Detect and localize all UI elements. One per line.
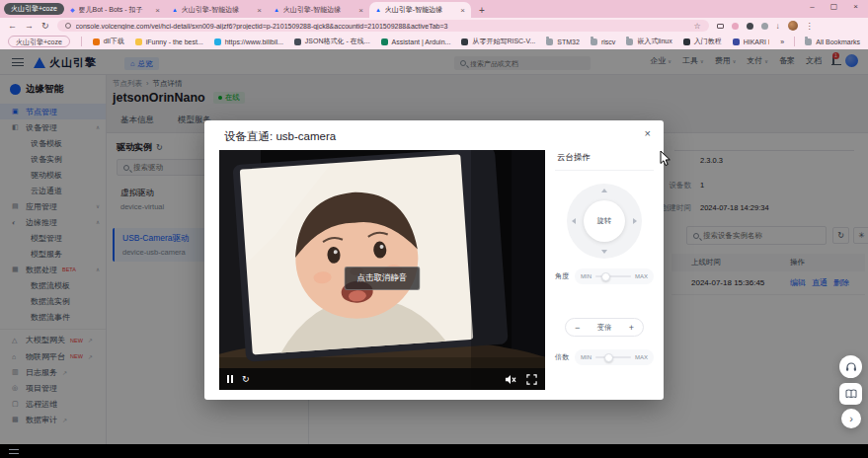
bookmarks-bar: 火山引擎+coze dll下载 iFunny - the best... htt… [0, 34, 868, 49]
profile-icon[interactable] [761, 23, 768, 30]
bookmark-label: 入门教程 [694, 37, 722, 46]
factor-label: 倍数 [555, 352, 571, 362]
tab-title: 婴儿Bot - Bots - 扣子 [79, 5, 152, 15]
tab-favicon: ▲ [274, 7, 279, 13]
factor-max-label: MAX [635, 354, 648, 360]
bookmark-label: 从零开始写RISC-V... [472, 37, 535, 46]
support-button[interactable] [839, 355, 862, 378]
factor-slider-track[interactable] [595, 356, 631, 358]
tab-close-icon[interactable]: × [155, 6, 160, 15]
pause-icon[interactable] [227, 375, 233, 383]
all-bookmarks-button[interactable]: All Bookmarks [805, 38, 860, 45]
extension-icon-a[interactable] [732, 23, 739, 30]
headset-icon [845, 361, 857, 372]
bookmark-favicon [214, 38, 221, 45]
site-info-icon[interactable] [65, 23, 71, 29]
mouse-cursor [660, 150, 671, 167]
bookmark-item[interactable]: 从零开始写RISC-V... [461, 37, 535, 46]
bookmark-item[interactable]: STM32 [546, 37, 580, 46]
zoom-out-button[interactable]: − [575, 323, 580, 333]
tab-favicon: ▲ [172, 7, 178, 13]
bookmark-item[interactable]: iFunny - the best... [135, 37, 203, 46]
address-bar[interactable]: ☆ [57, 20, 709, 32]
browser-tab[interactable]: ◆ 婴儿Bot - Bots - 扣子 × [64, 2, 166, 18]
restart-stream-icon[interactable]: ↻ [242, 375, 250, 384]
browser-tab[interactable]: ▲ 火山引擎-智能边缘 × [166, 2, 268, 18]
unmute-button[interactable]: 点击取消静音 [345, 267, 421, 290]
rotate-button[interactable]: 旋转 [584, 200, 625, 242]
zoom-in-button[interactable]: + [629, 323, 634, 333]
bookmark-item[interactable]: JSON格式化 - 在线... [294, 37, 370, 46]
tab-close-icon[interactable]: × [257, 6, 262, 15]
angle-slider-row: 角度 MIN MAX [555, 268, 654, 284]
angle-slider-track[interactable] [595, 275, 631, 277]
browser-menu-icon[interactable]: ⋮ [806, 22, 814, 31]
browser-tab[interactable]: ▲ 火山引擎-智能边缘 × [268, 2, 369, 18]
factor-slider-handle[interactable] [604, 353, 613, 362]
book-icon [845, 389, 857, 399]
camera-video-player[interactable]: 点击取消静音 ↻ [219, 150, 545, 390]
bookmark-item[interactable]: HIKARI FIELD STO... [733, 37, 770, 46]
tab-close-icon[interactable]: × [460, 6, 465, 15]
all-bookmarks-label: All Bookmarks [816, 38, 860, 45]
browser-avatar[interactable] [788, 21, 798, 31]
chevron-right-icon: › [849, 414, 853, 423]
tab-close-icon[interactable]: × [358, 6, 363, 15]
bookmarks-overflow-chevron[interactable]: » [780, 38, 784, 45]
ptz-direction-pad[interactable]: 旋转 [567, 184, 642, 259]
tab-preview-icon[interactable] [717, 24, 724, 29]
bookmark-item[interactable]: https://www.bilibil... [214, 37, 283, 46]
bookmark-label: dll下载 [104, 37, 124, 46]
folder-icon [805, 38, 812, 45]
bookmark-favicon [461, 38, 468, 45]
bookmark-item[interactable]: Assistant | Arduin... [381, 37, 451, 46]
bookmark-label: JSON格式化 - 在线... [305, 37, 370, 46]
arrow-left-icon[interactable] [572, 218, 576, 224]
collapse-panel-button[interactable]: › [841, 409, 861, 428]
extension-icon-b[interactable] [747, 23, 753, 30]
tab-favicon: ◆ [70, 7, 75, 13]
bookmarks-separator [81, 37, 82, 46]
modal-close-icon[interactable]: × [645, 127, 651, 139]
bookmark-item[interactable]: riscv [591, 37, 615, 46]
bookmark-favicon [135, 38, 142, 45]
browser-tabs: ◆ 婴儿Bot - Bots - 扣子 × ▲ 火山引擎-智能边缘 × ▲ 火山… [64, 2, 471, 18]
bookmark-favicon [591, 38, 597, 45]
bookmark-favicon [626, 38, 633, 45]
fullscreen-icon[interactable] [526, 374, 537, 385]
bookmark-item[interactable]: 入门教程 [683, 37, 722, 46]
zoom-label: 变倍 [597, 323, 612, 333]
arrow-down-icon[interactable] [601, 250, 607, 254]
muted-volume-icon[interactable] [505, 374, 516, 385]
sidebar-collapse-icon[interactable] [9, 449, 19, 454]
forward-button[interactable]: → [25, 21, 34, 31]
saved-tab-group-chip[interactable]: 火山引擎+coze [8, 36, 70, 47]
window-minimize-button[interactable]: – [810, 2, 814, 11]
bookmark-label: riscv [601, 38, 615, 45]
bookmark-favicon [381, 38, 388, 45]
back-button[interactable]: ← [8, 21, 17, 31]
arrow-up-icon[interactable] [601, 189, 607, 192]
bookmark-item[interactable]: 嵌入式linux [626, 37, 671, 46]
bookmark-favicon [733, 38, 740, 45]
window-maximize-button[interactable]: ▢ [830, 2, 838, 11]
angle-slider-handle[interactable] [601, 272, 610, 281]
bottom-bar [0, 444, 868, 458]
docs-button[interactable] [839, 383, 862, 405]
window-close-button[interactable]: × [853, 2, 858, 11]
zoom-control: − 变倍 + [565, 318, 644, 337]
bookmark-favicon [683, 38, 690, 45]
bookmark-item[interactable]: dll下载 [93, 37, 124, 46]
bookmark-label: STM32 [557, 38, 580, 45]
new-tab-button[interactable]: + [479, 5, 485, 16]
modal-title: 设备直通: usb-camera [224, 129, 336, 144]
tab-group-chip[interactable]: 火山引擎+coze [4, 3, 64, 15]
bookmarks-separator-2 [794, 37, 795, 46]
bookmark-star-icon[interactable]: ☆ [693, 22, 700, 31]
arrow-right-icon[interactable] [633, 218, 637, 224]
download-icon[interactable]: ↓ [776, 22, 780, 31]
reload-button[interactable]: ↻ [41, 21, 49, 31]
browser-tab[interactable]: ▲ 火山引擎-智能边缘 × [369, 2, 471, 18]
tab-title: 火山引擎-智能边缘 [385, 5, 456, 15]
url-input[interactable] [76, 23, 689, 30]
